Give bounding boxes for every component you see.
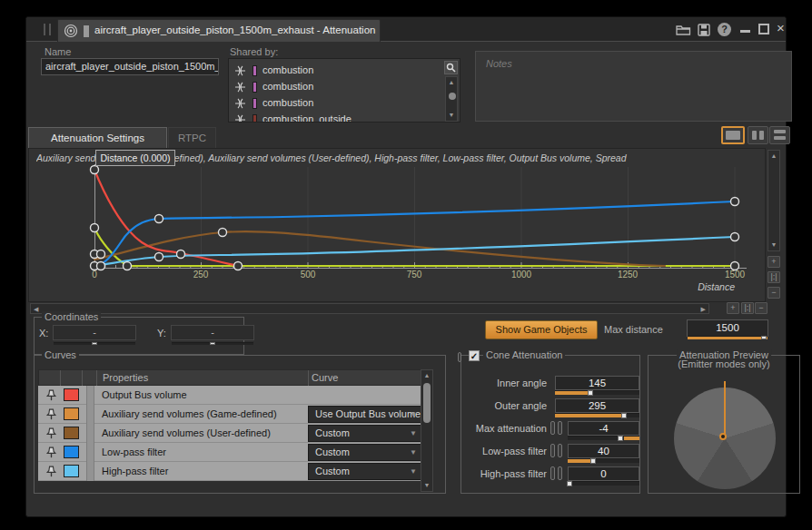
curve-type-dropdown[interactable]: Custom▼ — [308, 425, 422, 442]
layout-single-button[interactable] — [721, 126, 745, 144]
scroll-down-icon[interactable]: ▼ — [446, 111, 457, 120]
curves-plot[interactable] — [29, 149, 767, 303]
list-item[interactable]: combustion_outside — [229, 112, 460, 123]
row-drag-handle[interactable] — [86, 462, 94, 481]
layout-split-horizontal-button[interactable] — [769, 126, 790, 144]
curve-control-point[interactable] — [731, 262, 739, 270]
rtpc-indicator-icon[interactable] — [558, 421, 562, 435]
cone-low-pass-filter-slider[interactable] — [568, 458, 639, 463]
minimize-icon[interactable] — [740, 30, 750, 33]
list-item[interactable]: combustion — [229, 79, 460, 95]
max-distance-slider[interactable] — [688, 336, 767, 339]
row-drag-handle[interactable] — [86, 405, 94, 424]
name-input[interactable]: aircraft_player_outside_piston_1500m_ex — [41, 58, 219, 75]
scroll-up-icon[interactable]: ▲ — [421, 371, 432, 380]
maximize-icon[interactable] — [758, 24, 769, 34]
curve-color-swatch[interactable] — [64, 465, 79, 477]
save-icon[interactable] — [698, 24, 710, 36]
scroll-down-icon[interactable]: ▼ — [421, 481, 432, 490]
curve-control-point[interactable] — [155, 253, 163, 261]
attenuation-curve-graph[interactable]: Auxiliary send volumes (Game-defined), A… — [28, 148, 766, 302]
pin-icon[interactable] — [45, 389, 57, 401]
graph-horizontal-scrollbar[interactable]: ◀ ▶ — [30, 303, 709, 314]
curve-control-point[interactable] — [219, 229, 227, 237]
curve-control-point[interactable] — [234, 262, 243, 270]
curve-row-low-pass-filter[interactable]: Low-pass filter Custom▼ — [38, 443, 432, 462]
rtpc-indicator-icon[interactable] — [558, 444, 562, 457]
dock-grip[interactable] — [44, 24, 51, 35]
shared-list-scrollbar[interactable]: ▲ ▼ — [445, 76, 458, 122]
curve-control-point[interactable] — [91, 166, 99, 174]
curve-control-point[interactable] — [97, 250, 105, 259]
show-game-objects-button[interactable]: Show Game Objects — [485, 320, 598, 339]
outer-angle-field[interactable]: 295 — [555, 398, 639, 413]
window-tab[interactable]: aircraft_player_outside_piston_1500m_exh… — [57, 19, 381, 42]
cone-attenuation-checkbox[interactable]: ✓ — [469, 350, 480, 361]
scrollbar-thumb[interactable] — [423, 383, 431, 423]
layout-split-vertical-button[interactable] — [748, 126, 768, 144]
cone-high-pass-filter-slider[interactable] — [568, 481, 639, 486]
help-icon[interactable]: ? — [718, 23, 731, 36]
cone-high-pass-filter-field[interactable]: 0 — [568, 466, 639, 481]
max-attenuation-field[interactable]: -4 — [568, 421, 639, 436]
scroll-right-icon[interactable]: ▶ — [701, 306, 706, 313]
curve-type-dropdown[interactable]: Custom▼ — [308, 463, 422, 480]
curve-row-output-bus-volume[interactable]: Output Bus volume — [38, 386, 432, 405]
x-coordinate-field[interactable]: - — [53, 325, 136, 340]
curve-color-swatch[interactable] — [64, 446, 79, 458]
row-drag-handle[interactable] — [86, 443, 94, 462]
tab-attenuation-settings[interactable]: Attenuation Settings — [28, 127, 167, 148]
scroll-left-icon[interactable]: ◀ — [34, 306, 38, 313]
outer-angle-slider[interactable] — [555, 413, 639, 417]
zoom-fit-horizontal-button[interactable]: |:| — [741, 302, 754, 314]
curve-control-point[interactable] — [91, 224, 99, 232]
curve-control-point[interactable] — [731, 198, 739, 206]
title-bar[interactable]: aircraft_player_outside_piston_1500m_exh… — [26, 17, 786, 42]
curve-color-swatch[interactable] — [64, 388, 79, 401]
curve-aux-user-defined[interactable] — [94, 231, 665, 266]
max-distance-field[interactable]: 1500 — [687, 319, 768, 337]
pin-icon[interactable] — [45, 408, 57, 420]
curve-row-high-pass-filter[interactable]: High-pass filter Custom▼ — [38, 462, 432, 481]
zoom-out-horizontal-button[interactable]: − — [755, 302, 767, 314]
open-icon[interactable] — [676, 24, 691, 35]
scroll-up-icon[interactable]: ▲ — [768, 152, 779, 161]
curves-table-scrollbar[interactable]: ▲ ▼ — [421, 369, 433, 492]
shared-by-list[interactable]: combustion combustion combustion combust… — [228, 58, 460, 123]
y-coordinate-field[interactable]: - — [171, 325, 254, 340]
zoom-out-vertical-button[interactable]: − — [767, 287, 780, 299]
curve-control-point[interactable] — [97, 262, 105, 270]
curve-row-aux-game-defined[interactable]: Auxiliary send volumes (Game-defined) Us… — [38, 405, 432, 424]
max-attenuation-slider[interactable] — [568, 436, 639, 440]
scrollbar-thumb[interactable] — [449, 93, 456, 100]
zoom-in-horizontal-button[interactable]: + — [727, 302, 739, 314]
curve-type-dropdown[interactable]: Use Output Bus volume▼ — [308, 406, 422, 423]
search-button[interactable] — [444, 61, 458, 74]
curve-control-point[interactable] — [155, 215, 163, 223]
tab-rtpc[interactable]: RTPC — [168, 127, 216, 148]
scroll-up-icon[interactable]: ▲ — [446, 78, 457, 87]
y-coordinate-slider[interactable] — [172, 342, 253, 345]
rtpc-indicator-icon[interactable] — [558, 466, 562, 480]
curve-control-point[interactable] — [124, 262, 132, 270]
zoom-in-vertical-button[interactable]: + — [767, 256, 780, 268]
rtpc-indicator-icon[interactable] — [458, 352, 461, 362]
list-item[interactable]: combustion — [229, 63, 460, 79]
pin-icon[interactable] — [45, 466, 57, 477]
list-item[interactable]: combustion — [229, 95, 460, 112]
x-coordinate-slider[interactable] — [54, 342, 135, 345]
rtpc-indicator-icon[interactable] — [550, 421, 555, 435]
notes-field[interactable]: Notes — [475, 51, 792, 122]
inner-angle-slider[interactable] — [555, 390, 639, 395]
inner-angle-field[interactable]: 145 — [555, 376, 639, 390]
curve-color-swatch[interactable] — [64, 407, 79, 420]
cone-low-pass-filter-field[interactable]: 40 — [568, 444, 639, 458]
curve-control-point[interactable] — [731, 233, 739, 241]
row-drag-handle[interactable] — [86, 424, 94, 443]
zoom-fit-vertical-button[interactable]: |:| — [767, 271, 780, 283]
close-icon[interactable]: × — [777, 20, 785, 35]
rtpc-indicator-icon[interactable] — [550, 444, 555, 457]
pin-icon[interactable] — [45, 447, 57, 458]
rtpc-indicator-icon[interactable] — [550, 466, 555, 480]
curve-color-swatch[interactable] — [64, 427, 79, 439]
